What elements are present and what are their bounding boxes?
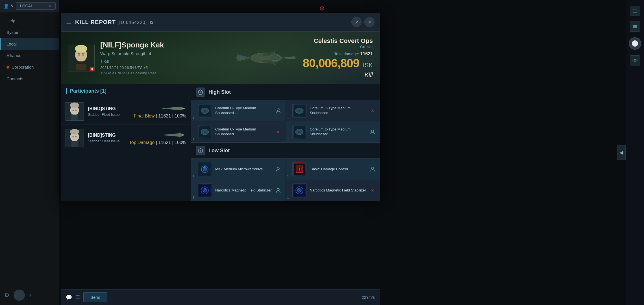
high-slot-svg-icon	[198, 89, 203, 95]
svg-point-14	[70, 103, 79, 108]
logo-icon: ⊗	[319, 5, 325, 12]
user-count: 👤 5	[3, 3, 13, 9]
kill-badge: K	[90, 67, 94, 71]
kill-report-title: KILL REPORT	[75, 19, 116, 25]
snub-icon-1	[199, 105, 210, 116]
pilot-name: [NILF]Sponge Kek	[100, 41, 229, 49]
kill-report-id: [ID:6454220]	[118, 20, 147, 25]
close-icon: ✕	[368, 19, 371, 25]
svg-point-55	[277, 188, 279, 191]
slot-number-ls-1: 1	[193, 175, 194, 178]
right-btn-2[interactable]	[630, 21, 640, 32]
bottom-chat-icon[interactable]: 💬	[66, 294, 72, 300]
pilot-info: [NILF]Sponge Kek Warp Scramble Strength:…	[100, 41, 229, 75]
narc-icon-1	[199, 185, 210, 196]
bottom-menu-icon[interactable]: ☰	[75, 294, 80, 300]
slot-number-hs-1: 1	[193, 116, 194, 119]
ship-type: Cruiser	[303, 45, 373, 49]
svg-point-16	[72, 110, 74, 111]
content-area: Participants [1] [BIND]STING St	[61, 84, 380, 201]
high-slot-grid: 1 Corelum C-Type Medium Snubnosed ...	[191, 100, 380, 142]
sidebar-item-local[interactable]: Local	[0, 38, 59, 50]
slot-name-hs-1: Corelum C-Type Medium Snubnosed ...	[215, 106, 272, 116]
participant-weapon-area-2: Top Damage | 11621 | 100%	[129, 131, 186, 145]
slot-name-ls-3: Narcotics Magnetic Field Stabilizer	[215, 188, 272, 193]
sidebar: 👤 5 LOCAL ✕ Help System Local Alliance C…	[0, 0, 59, 305]
participant-info-2: [BIND]STING Stabber Fleet Issue	[88, 133, 125, 143]
local-tab-close[interactable]: ✕	[48, 4, 51, 8]
local-tab[interactable]: LOCAL ✕	[16, 2, 56, 10]
slot-status-ls-4: ✕	[369, 187, 376, 193]
sidebar-item-corporation[interactable]: Corporation	[0, 61, 59, 73]
person-icon-ls-1	[276, 167, 281, 172]
slot-status-hs-4	[369, 129, 376, 135]
participant-item-2: [BIND]STING Stabber Fleet Issue Top Dama…	[61, 125, 191, 151]
low-slot-svg-icon	[198, 148, 203, 153]
svg-rect-22	[71, 141, 78, 147]
window-title: KILL REPORT [ID:6454220] ⧉	[75, 19, 347, 25]
sidebar-item-help[interactable]: Help	[0, 15, 59, 27]
right-panel	[626, 0, 644, 305]
user-count-value: 5	[10, 3, 13, 8]
right-btn-1[interactable]	[630, 6, 640, 16]
dmg-icon	[294, 164, 305, 175]
sidebar-item-alliance[interactable]: Alliance	[0, 50, 59, 61]
sidebar-item-system[interactable]: System	[0, 27, 59, 38]
svg-point-18	[166, 108, 167, 109]
hamburger-icon[interactable]: ☰	[66, 19, 71, 25]
close-button[interactable]: ✕	[364, 17, 375, 27]
kill-report-window: ☰ KILL REPORT [ID:6454220] ⧉ ↗ ✕	[61, 13, 380, 201]
weapon-icon-1	[161, 104, 186, 112]
total-damage-value: 11621	[360, 51, 373, 56]
ship-svg	[235, 38, 297, 78]
svg-point-34	[298, 109, 301, 112]
participant-ship-2: Stabber Fleet Issue	[88, 139, 125, 143]
right-btn-eye[interactable]	[630, 55, 640, 66]
svg-point-24	[75, 136, 77, 138]
participants-header: Participants [1]	[61, 84, 191, 98]
high-slot-icon	[196, 88, 205, 97]
low-slot-icon	[196, 146, 205, 155]
svg-rect-59	[633, 25, 637, 26]
svg-point-31	[277, 109, 279, 111]
speed-display: 229m/s	[362, 295, 375, 300]
svg-point-25	[166, 134, 167, 136]
slot-name-hs-4: Corelum C-Type Medium Snubnosed ...	[310, 127, 366, 137]
person-icon-ls-2	[370, 167, 375, 172]
kill-datetime: 2021/12/01 20:26:54 UTC +5	[100, 66, 229, 70]
speed-value: 229m/s	[362, 295, 375, 300]
ship-banner: K [NILF]Sponge Kek Warp Scramble Strengt…	[61, 32, 380, 84]
kill-count: 1 Kill	[100, 59, 229, 64]
gear-icon[interactable]: ⚙	[4, 292, 9, 299]
slot-item-ls-3: 1 Narcotics Magnetic Field Stabilizer	[191, 180, 285, 201]
slot-status-hs-3: ✕	[275, 129, 281, 135]
participant-avatar-2	[66, 129, 84, 147]
svg-point-40	[298, 130, 301, 133]
svg-point-47	[277, 167, 279, 169]
svg-point-51	[371, 167, 374, 169]
send-button[interactable]: Send	[83, 292, 107, 302]
sidebar-item-contacts[interactable]: Contacts	[0, 73, 59, 84]
sidebar-item-alliance-label: Alliance	[6, 53, 21, 58]
slot-item-hs-2: 1 Corelum C-Type Medium Snubnosed ... ✕	[286, 100, 380, 121]
slot-name-hs-3: Corelum C-Type Medium Snubnosed ...	[215, 127, 272, 137]
weapon-icon-2	[161, 131, 186, 139]
bottom-bar: 💬 ☰ Send 229m/s	[61, 289, 380, 305]
svg-point-21	[70, 129, 79, 134]
isk-value: 80,006,809	[303, 56, 359, 70]
export-icon: ↗	[355, 19, 358, 25]
svg-point-27	[200, 91, 201, 93]
svg-point-62	[634, 60, 636, 61]
participant-weapon-area-1: Final Blow | 11621 | 100%	[134, 104, 186, 119]
nav-arrow[interactable]: ◀	[617, 145, 626, 160]
svg-point-41	[371, 130, 374, 132]
export-button[interactable]: ↗	[351, 17, 362, 27]
participant-avatar-1	[66, 102, 84, 121]
svg-point-6	[82, 54, 84, 56]
participant-name-1: [BIND]STING	[88, 106, 130, 111]
svg-point-9	[240, 56, 244, 59]
add-icon[interactable]: +	[29, 292, 32, 299]
ship-stats: Celestis Covert Ops Cruiser Total damage…	[303, 37, 373, 79]
sidebar-header: 👤 5 LOCAL ✕	[0, 0, 59, 12]
copy-icon[interactable]: ⧉	[150, 20, 153, 25]
